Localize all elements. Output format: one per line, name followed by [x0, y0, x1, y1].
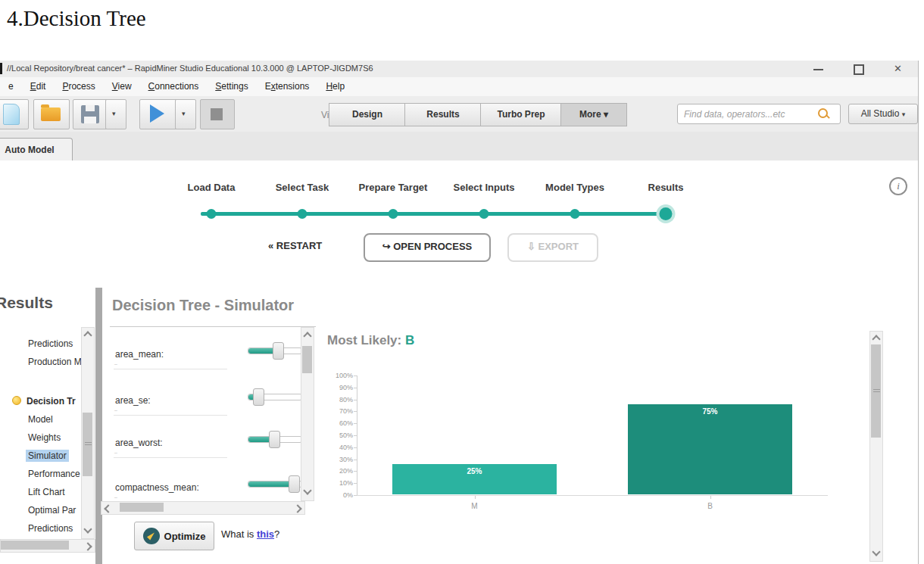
optimize-button[interactable]: Optimize: [134, 522, 214, 550]
scrollbar-thumb[interactable]: [83, 413, 92, 476]
step-dot-results[interactable]: [660, 207, 673, 220]
chevron-down-icon: ▾: [902, 111, 906, 118]
bar-b[interactable]: 75%: [628, 404, 792, 494]
page: 4.Decision Tree //Local Repository/breat…: [0, 0, 924, 564]
tab-auto-model[interactable]: Auto Model: [0, 138, 73, 161]
new-file-icon: [3, 104, 20, 125]
document-heading: 4.Decision Tree: [7, 6, 146, 31]
scroll-up-icon[interactable]: [303, 332, 311, 340]
maximize-icon: [854, 64, 864, 75]
sidebar-item-label: Optimal Par: [26, 504, 78, 516]
optimize-gauge-icon: [143, 528, 160, 544]
menu-process[interactable]: Process: [54, 77, 103, 92]
save-dropdown-button[interactable]: ▾: [105, 99, 126, 129]
info-icon[interactable]: i: [889, 177, 907, 195]
menu-settings[interactable]: Settings: [207, 77, 256, 92]
stop-button[interactable]: [200, 99, 235, 129]
slider-thumb-compactness-mean[interactable]: [289, 475, 300, 493]
tab-row: Auto Model: [0, 132, 918, 161]
step-dot-prepare-target[interactable]: [389, 209, 398, 219]
x-tick-mark: [475, 496, 476, 499]
thumb-grip: [873, 389, 880, 390]
open-button[interactable]: [33, 99, 70, 129]
step-dot-model-types[interactable]: [570, 209, 580, 219]
slider-value: –: [114, 361, 117, 366]
step-label-load-data: Load Data: [188, 182, 236, 193]
menu-extensions[interactable]: Extensions: [257, 77, 318, 92]
scroll-right-icon[interactable]: [293, 504, 301, 513]
slider-panel: area_mean:–area_se:–area_worst:–compactn…: [110, 326, 316, 501]
slider-thumb-area-worst[interactable]: [269, 431, 280, 448]
minimize-button[interactable]: [806, 61, 832, 77]
step-dot-select-inputs[interactable]: [479, 209, 489, 219]
menu-e[interactable]: e: [0, 77, 22, 92]
help-link[interactable]: this: [257, 528, 274, 540]
slider-thumb-area-se[interactable]: [253, 388, 264, 406]
step-dot-load-data[interactable]: [207, 209, 217, 219]
y-tick-label: 70%: [323, 407, 353, 415]
title-bar: //Local Repository/breat cancer* – Rapid…: [0, 61, 918, 77]
sidebar-vertical-scrollbar[interactable]: [81, 327, 95, 539]
scrollbar-thumb[interactable]: [871, 344, 881, 438]
panel-divider[interactable]: [95, 288, 102, 564]
open-process-button[interactable]: ↪ OPEN PROCESS: [364, 233, 491, 262]
step-label-model-types: Model Types: [545, 182, 604, 193]
view-button-turbo-prep[interactable]: Turbo Prep: [480, 103, 562, 126]
sidebar-horizontal-scrollbar[interactable]: [0, 539, 95, 553]
step-label-select-inputs: Select Inputs: [454, 182, 515, 193]
close-button[interactable]: ✕: [886, 61, 912, 77]
x-category-label-b: B: [707, 502, 713, 510]
y-tick-mark: [354, 375, 357, 376]
menu-edit[interactable]: Edit: [22, 77, 55, 92]
slider-horizontal-scrollbar[interactable]: [101, 501, 305, 515]
y-tick-label: 10%: [323, 479, 353, 487]
scrollbar-thumb[interactable]: [1, 541, 69, 550]
sidebar-item-decision-tr[interactable]: Decision Tr: [0, 393, 93, 410]
scroll-down-icon[interactable]: [872, 547, 880, 556]
open-process-icon: ↪: [382, 241, 391, 252]
bar-m[interactable]: 25%: [392, 464, 557, 494]
menu-view[interactable]: View: [104, 77, 140, 92]
scroll-up-icon[interactable]: [83, 331, 92, 339]
scroll-up-icon[interactable]: [872, 335, 880, 343]
y-tick-mark: [354, 423, 357, 424]
restart-button[interactable]: « RESTART: [268, 233, 322, 259]
search-input[interactable]: [682, 107, 814, 121]
help-text: What is this?: [221, 528, 279, 540]
scroll-left-icon[interactable]: [104, 504, 112, 513]
new-process-button[interactable]: [0, 99, 29, 129]
scroll-down-icon[interactable]: [303, 486, 311, 494]
view-button-results[interactable]: Results: [404, 103, 482, 126]
sidebar-item-label: Model: [26, 413, 55, 425]
perspective-dropdown[interactable]: All Studio ▾: [848, 104, 918, 124]
scrollbar-thumb[interactable]: [302, 346, 312, 373]
run-dropdown-button[interactable]: ▾: [175, 99, 196, 129]
scroll-down-icon[interactable]: [83, 525, 92, 533]
slider-thumb-area-mean[interactable]: [273, 342, 284, 360]
y-tick-label: 0%: [323, 491, 353, 499]
thumb-grip: [85, 442, 92, 443]
lightbulb-icon: [12, 396, 21, 405]
scrollbar-thumb[interactable]: [120, 503, 164, 512]
scroll-right-icon[interactable]: [83, 542, 92, 550]
search-icon[interactable]: [818, 108, 828, 118]
menu-help[interactable]: Help: [317, 77, 353, 92]
slider-value: –: [114, 494, 117, 500]
slider-fill: [248, 481, 294, 487]
y-tick-label: 100%: [323, 372, 353, 379]
close-icon: ✕: [894, 63, 902, 74]
menu-connections[interactable]: Connections: [140, 77, 208, 92]
step-dot-select-task[interactable]: [298, 209, 307, 219]
save-button[interactable]: [73, 99, 108, 129]
view-button-more[interactable]: More ▾: [560, 103, 627, 126]
y-tick-mark: [354, 435, 357, 436]
slider-vertical-scrollbar[interactable]: [301, 327, 314, 501]
y-tick-mark: [354, 483, 357, 484]
chart-vertical-scrollbar[interactable]: [869, 331, 883, 562]
run-button[interactable]: [139, 99, 177, 129]
maximize-button[interactable]: [845, 61, 871, 77]
restart-chevrons-icon: «: [268, 240, 273, 251]
y-tick-label: 90%: [323, 384, 353, 391]
most-likely-value: B: [405, 333, 414, 347]
view-button-design[interactable]: Design: [329, 103, 406, 126]
